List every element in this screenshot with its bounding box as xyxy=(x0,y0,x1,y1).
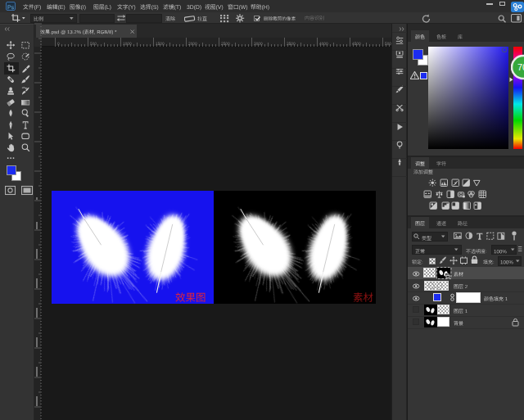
svg-text:70: 70 xyxy=(517,62,524,72)
